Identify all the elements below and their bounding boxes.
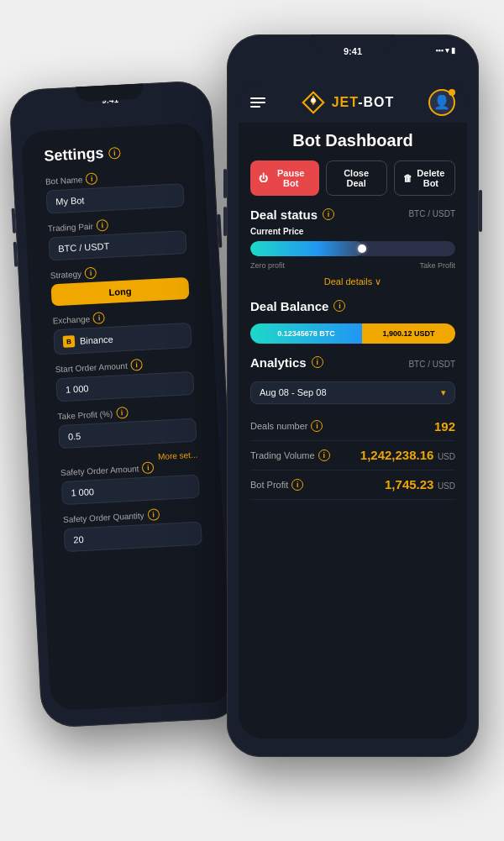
usdt-balance: 1,900.12 USDT xyxy=(362,323,455,344)
trash-icon: 🗑 xyxy=(403,173,412,183)
deals-info-icon: i xyxy=(311,420,323,432)
dashboard-phone: 9:41 ▪▪▪ ▾ ▮ xyxy=(227,34,479,757)
safety-order-qty-field: Safety Order Quantity i 20 xyxy=(63,506,202,552)
exchange-field: Exchange i B Binance xyxy=(52,307,192,355)
battery-icon: ▮ xyxy=(451,46,455,55)
dashboard-screen: JET-BOT 👤 Bot Dashboard ⏻ xyxy=(239,81,467,739)
analytics-header: Analytics i BTC / USDT xyxy=(250,355,455,373)
vol-down-button xyxy=(13,241,18,266)
trading-pair-input[interactable]: BTC / USDT xyxy=(48,229,186,260)
take-profit-input[interactable]: 0.5 xyxy=(58,418,197,449)
strategy-field: Strategy i Long xyxy=(50,261,189,306)
action-buttons: ⏻ Pause Bot Close Deal 🗑 Delete Bot xyxy=(250,160,455,196)
volume-info-icon: i xyxy=(318,449,330,461)
bot-profit-label: Bot Profit i xyxy=(250,479,303,491)
exchange-input[interactable]: B Binance xyxy=(53,322,192,355)
vol-up-button xyxy=(12,208,17,233)
take-profit-label: Take Profit xyxy=(419,261,455,270)
avatar-button[interactable]: 👤 xyxy=(428,89,455,116)
logo-area: JET-BOT xyxy=(300,89,395,116)
close-deal-button[interactable]: Close Deal xyxy=(326,160,387,196)
deal-balance-bar: 0.12345678 BTC 1,900.12 USDT xyxy=(250,323,455,344)
front-power-btn xyxy=(479,190,482,232)
date-range-value: Aug 08 - Sep 08 xyxy=(260,387,327,397)
current-price-label: Current Price xyxy=(250,227,455,236)
signal-icon: ▪▪▪ xyxy=(435,46,444,55)
progress-labels: Zero profit Take Profit xyxy=(250,261,455,270)
profit-info-icon: i xyxy=(291,479,303,491)
zero-profit-label: Zero profit xyxy=(250,261,285,270)
price-progress-track xyxy=(250,241,455,256)
delete-bot-button[interactable]: 🗑 Delete Bot xyxy=(394,160,455,196)
btc-balance: 0.12345678 BTC xyxy=(250,323,362,344)
deal-status-info-icon: i xyxy=(323,208,334,220)
status-icons: ▪▪▪ ▾ ▮ xyxy=(435,46,455,55)
logo-icon xyxy=(300,89,327,116)
bot-profit-row: Bot Profit i 1,745.23 USD xyxy=(250,470,455,500)
settings-screen: Settings i Bot Name i My Bot Tr xyxy=(21,122,233,710)
wifi-icon: ▾ xyxy=(445,46,449,55)
safety-order-qty-input[interactable]: 20 xyxy=(64,521,202,552)
trading-volume-value: 1,242,238.16 USD xyxy=(360,448,455,463)
binance-icon: B xyxy=(63,335,76,348)
deal-details-link[interactable]: Deal details ∨ xyxy=(250,276,455,287)
dashboard-content: Bot Dashboard ⏻ Pause Bot Close Deal 🗑 D… xyxy=(239,123,467,739)
bot-name-info-icon: i xyxy=(86,172,98,185)
strategy-input[interactable]: Long xyxy=(50,276,189,306)
bot-name-input[interactable]: My Bot xyxy=(46,183,185,214)
exchange-info-icon: i xyxy=(93,312,106,324)
safety-order-amount-field: Safety Order Amount i 1 000 xyxy=(60,459,200,505)
date-range-dropdown[interactable]: Aug 08 - Sep 08 ▾ xyxy=(250,381,455,404)
deals-number-row: Deals number i 192 xyxy=(250,413,455,441)
start-order-info-icon: i xyxy=(130,358,143,371)
progress-dot xyxy=(358,244,366,253)
safety-order-amount-input[interactable]: 1 000 xyxy=(61,474,200,505)
front-vol-down xyxy=(223,207,227,236)
settings-title: Settings i xyxy=(44,140,182,166)
scene: 9:41 Settings i Bot Name i My Bot xyxy=(8,18,496,824)
trading-pair-field: Trading Pair i BTC / USDT xyxy=(48,215,187,261)
strategy-info-icon: i xyxy=(85,266,97,279)
analytics-pair: BTC / USDT xyxy=(408,360,455,369)
safety-qty-info-icon: i xyxy=(147,508,160,521)
status-bar-front: 9:41 ▪▪▪ ▾ ▮ xyxy=(227,46,479,56)
trading-volume-row: Trading Volume i 1,242,238.16 USD xyxy=(250,441,455,470)
start-order-field: Start Order Amount i 1 000 xyxy=(55,355,194,402)
avatar-icon: 👤 xyxy=(433,94,450,110)
settings-phone: 9:41 Settings i Bot Name i My Bot xyxy=(8,80,243,728)
chevron-down-icon: ▾ xyxy=(441,387,446,398)
avatar-dot xyxy=(449,89,455,96)
price-progress-fill xyxy=(250,241,363,256)
deal-balance-section: Deal Balance i 0.12345678 BTC 1,900.12 U… xyxy=(250,299,455,344)
analytics-section: Analytics i BTC / USDT Aug 08 - Sep 08 ▾ xyxy=(250,355,455,500)
safety-amount-info-icon: i xyxy=(142,461,155,474)
bot-profit-value: 1,745.23 USD xyxy=(385,477,455,492)
deals-number-value: 192 xyxy=(434,419,455,434)
analytics-info-icon: i xyxy=(312,356,323,368)
time-front: 9:41 xyxy=(344,46,362,56)
analytics-title: Analytics i xyxy=(250,355,323,370)
logo-text: JET-BOT xyxy=(332,95,395,110)
take-profit-field: Take Profit (%) i 0.5 xyxy=(57,402,197,449)
deal-status-section: Deal status i BTC / USDT Current Price xyxy=(250,208,455,287)
svg-point-2 xyxy=(311,97,315,102)
take-profit-info-icon: i xyxy=(116,406,129,418)
deals-number-label: Deals number i xyxy=(250,420,323,432)
deal-balance-title: Deal Balance i xyxy=(250,299,455,313)
deal-status-title: Deal status i xyxy=(250,208,334,222)
pause-bot-button[interactable]: ⏻ Pause Bot xyxy=(250,160,319,196)
settings-info-icon: i xyxy=(108,146,121,159)
power-icon: ⏻ xyxy=(259,173,268,183)
trading-pair-info-icon: i xyxy=(97,218,109,231)
power-button xyxy=(217,213,222,247)
deal-status-pair: BTC / USDT xyxy=(408,209,455,218)
start-order-input[interactable]: 1 000 xyxy=(55,371,194,402)
deal-balance-info-icon: i xyxy=(333,300,345,312)
dashboard-title: Bot Dashboard xyxy=(250,131,455,150)
front-vol-up xyxy=(223,169,227,198)
dashboard-header: JET-BOT 👤 xyxy=(239,81,467,123)
bot-name-field: Bot Name i My Bot xyxy=(45,168,185,214)
hamburger-menu[interactable] xyxy=(250,97,265,108)
trading-volume-label: Trading Volume i xyxy=(250,449,330,461)
